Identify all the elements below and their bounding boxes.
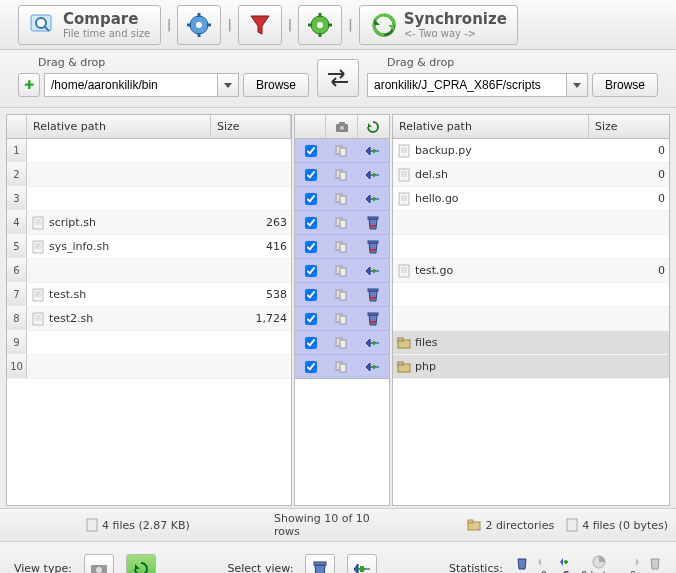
relpath-header[interactable]: Relative path bbox=[393, 115, 589, 138]
swap-icon bbox=[326, 68, 350, 88]
category-icon bbox=[326, 312, 357, 326]
table-row[interactable]: 8 test2.sh1,724 bbox=[7, 307, 291, 331]
action-row bbox=[295, 259, 389, 283]
action-icon[interactable] bbox=[358, 264, 389, 278]
row-checkbox[interactable] bbox=[305, 217, 317, 229]
table-row[interactable] bbox=[393, 283, 669, 307]
table-row[interactable]: 3 bbox=[7, 187, 291, 211]
right-path-dropdown[interactable] bbox=[566, 73, 588, 97]
table-row[interactable]: 6 bbox=[7, 259, 291, 283]
row-checkbox[interactable] bbox=[305, 289, 317, 301]
table-row[interactable]: 5 sys_info.sh416 bbox=[7, 235, 291, 259]
action-icon[interactable] bbox=[358, 168, 389, 182]
trash-icon bbox=[311, 559, 329, 574]
row-checkbox[interactable] bbox=[305, 145, 317, 157]
settings-button[interactable] bbox=[177, 5, 221, 45]
file-name-cell: hello.go bbox=[393, 192, 589, 206]
left-path-dropdown[interactable] bbox=[217, 73, 239, 97]
table-row[interactable]: test.go0 bbox=[393, 259, 669, 283]
table-row[interactable]: files bbox=[393, 331, 669, 355]
svg-rect-19 bbox=[33, 241, 43, 253]
file-name-cell: backup.py bbox=[393, 144, 589, 158]
file-icon bbox=[86, 518, 98, 532]
category-icon bbox=[326, 144, 357, 158]
action-icon[interactable] bbox=[358, 144, 389, 158]
left-path-combo[interactable] bbox=[44, 73, 239, 97]
row-checkbox[interactable] bbox=[305, 265, 317, 277]
table-row[interactable]: 4 script.sh263 bbox=[7, 211, 291, 235]
action-icon[interactable] bbox=[358, 215, 389, 231]
table-row[interactable]: del.sh0 bbox=[393, 163, 669, 187]
size-header[interactable]: Size bbox=[589, 115, 669, 138]
compare-subtitle: File time and size bbox=[63, 28, 150, 39]
right-browse-button[interactable]: Browse bbox=[592, 73, 658, 97]
table-row[interactable]: 1 bbox=[7, 139, 291, 163]
file-name-cell: test2.sh bbox=[27, 312, 211, 326]
select-delete-view-button[interactable] bbox=[305, 554, 335, 574]
category-header[interactable] bbox=[326, 115, 357, 138]
row-checkbox[interactable] bbox=[305, 193, 317, 205]
size-cell: 0 bbox=[589, 192, 669, 205]
swap-paths-button[interactable] bbox=[317, 59, 359, 97]
category-icon bbox=[326, 240, 357, 254]
left-path-input[interactable] bbox=[44, 73, 217, 97]
right-path-input[interactable] bbox=[367, 73, 566, 97]
row-checkbox[interactable] bbox=[305, 361, 317, 373]
bottom-bar: View type: Select view: Statistics: 4 0 … bbox=[0, 541, 676, 573]
svg-rect-47 bbox=[340, 220, 346, 228]
trash-icon bbox=[515, 555, 529, 571]
row-checkbox[interactable] bbox=[305, 313, 317, 325]
size-header[interactable]: Size bbox=[211, 115, 291, 138]
action-icon[interactable] bbox=[358, 239, 389, 255]
checkbox-header[interactable] bbox=[295, 115, 326, 138]
camera-icon bbox=[335, 121, 349, 133]
table-row[interactable]: 9 bbox=[7, 331, 291, 355]
table-row[interactable] bbox=[393, 211, 669, 235]
synchronize-button[interactable]: Synchronize <- Two way -> bbox=[359, 5, 518, 45]
action-icon[interactable] bbox=[358, 192, 389, 206]
select-copy-view-button[interactable] bbox=[347, 554, 377, 574]
row-number: 1 bbox=[7, 139, 27, 162]
action-icon[interactable] bbox=[358, 287, 389, 303]
table-row[interactable]: php bbox=[393, 355, 669, 379]
row-checkbox[interactable] bbox=[305, 241, 317, 253]
relpath-header[interactable]: Relative path bbox=[27, 115, 211, 138]
row-checkbox[interactable] bbox=[305, 337, 317, 349]
filter-button[interactable] bbox=[238, 5, 282, 45]
sync-settings-button[interactable] bbox=[298, 5, 342, 45]
svg-rect-71 bbox=[340, 364, 346, 372]
svg-rect-41 bbox=[372, 174, 376, 176]
right-path-column: Drag & drop Browse bbox=[367, 56, 658, 97]
size-cell: 263 bbox=[211, 216, 291, 229]
svg-rect-57 bbox=[372, 270, 376, 272]
table-row[interactable]: 2 bbox=[7, 163, 291, 187]
add-left-path-button[interactable]: ✚ bbox=[18, 73, 40, 97]
table-row[interactable]: backup.py0 bbox=[393, 139, 669, 163]
left-browse-button[interactable]: Browse bbox=[243, 73, 309, 97]
viewtype-category-button[interactable] bbox=[84, 554, 114, 574]
camera-icon bbox=[90, 561, 108, 574]
svg-rect-63 bbox=[340, 316, 346, 324]
svg-point-4 bbox=[196, 22, 202, 28]
row-checkbox[interactable] bbox=[305, 169, 317, 181]
table-row[interactable]: hello.go0 bbox=[393, 187, 669, 211]
table-row[interactable]: 10 bbox=[7, 355, 291, 379]
magnifier-icon bbox=[29, 11, 57, 39]
action-icon[interactable] bbox=[358, 311, 389, 327]
table-row[interactable]: 7 test.sh538 bbox=[7, 283, 291, 307]
viewtype-action-button[interactable] bbox=[126, 554, 156, 574]
compare-button[interactable]: Compare File time and size bbox=[18, 5, 161, 45]
svg-rect-93 bbox=[398, 362, 403, 365]
gear-green-icon bbox=[307, 12, 333, 38]
svg-rect-55 bbox=[340, 268, 346, 276]
action-icon[interactable] bbox=[358, 336, 389, 350]
action-header[interactable] bbox=[358, 115, 389, 138]
right-path-combo[interactable] bbox=[367, 73, 588, 97]
left-summary: 4 files (2.87 KB) bbox=[102, 519, 190, 532]
size-cell: 1,724 bbox=[211, 312, 291, 325]
table-row[interactable] bbox=[393, 307, 669, 331]
file-name-cell: sys_info.sh bbox=[27, 240, 211, 254]
action-icon[interactable] bbox=[358, 360, 389, 374]
left-grid: Relative path Size 1234 script.sh2635 sy… bbox=[6, 114, 292, 506]
table-row[interactable] bbox=[393, 235, 669, 259]
